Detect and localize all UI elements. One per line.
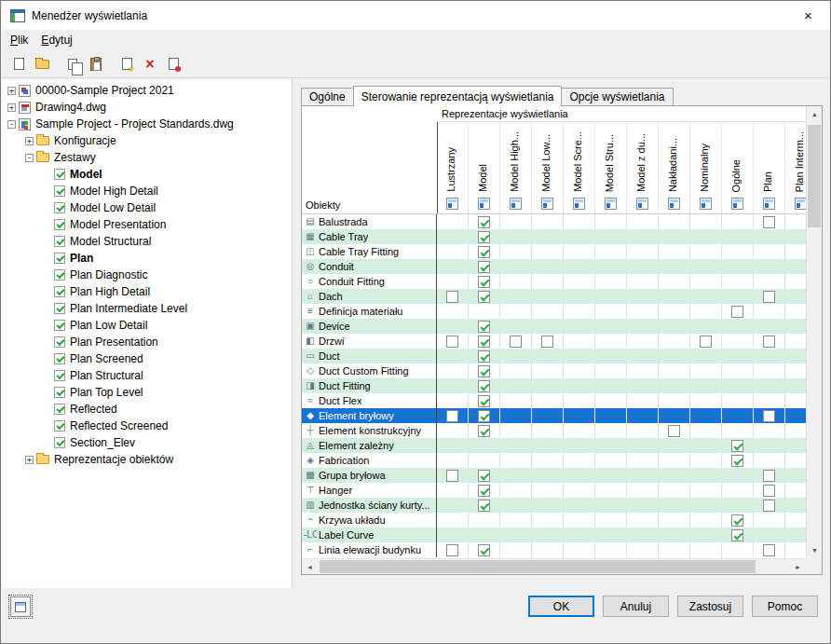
- column-header-plan-interm[interactable]: Plan Interm...: [785, 122, 806, 213]
- table-row-dach[interactable]: ⌂Dach: [302, 289, 806, 304]
- column-header-og-lne[interactable]: Ogólne: [722, 122, 754, 213]
- checkbox-duct-custom-fitting-model[interactable]: [478, 365, 490, 377]
- table-row-element-konstrukcyjny[interactable]: ┼Element konstrukcyjny: [302, 423, 806, 438]
- checkbox-duct-model[interactable]: [478, 350, 490, 363]
- tree-item-reflected-screened[interactable]: Reflected Screened: [2, 418, 292, 434]
- table-row-jednostka-ciany-kurty[interactable]: ▥Jednostka ściany kurty...: [302, 498, 806, 513]
- checkbox-fabrication-og-lne[interactable]: [731, 455, 743, 467]
- close-button[interactable]: ×: [787, 1, 829, 30]
- checkbox-element-konstrukcyjny-model[interactable]: [478, 425, 490, 437]
- tree-item-00000-sample-project-2021[interactable]: +00000-Sample Project 2021: [2, 82, 292, 99]
- column-header-nominalny[interactable]: Nominalny: [690, 122, 722, 213]
- table-row-label-curve[interactable]: -LC-Label Curve: [302, 528, 806, 542]
- checkbox-device-model[interactable]: [478, 321, 490, 333]
- table-row-duct-custom-fitting[interactable]: ◇Duct Custom Fitting: [302, 363, 806, 378]
- tree-item-section-elev[interactable]: Section_Elev: [2, 434, 292, 451]
- checkbox-grupa-bry-owa-plan[interactable]: [763, 470, 775, 482]
- table-row-grupa-bry-owa[interactable]: ▩Grupa bryłowa: [302, 468, 806, 483]
- scroll-left-icon[interactable]: ◄: [302, 559, 318, 575]
- checkbox-dach-model[interactable]: [478, 291, 490, 303]
- checkbox-balustrada-plan[interactable]: [763, 216, 775, 228]
- anchor-dock-button[interactable]: [10, 596, 31, 617]
- column-header-model-stru[interactable]: Model Stru...: [595, 122, 627, 213]
- tree-item-zestawy[interactable]: -Zestawy: [2, 149, 292, 166]
- tree-item-reflected[interactable]: Reflected: [2, 401, 292, 418]
- collapse-minus-icon[interactable]: -: [7, 120, 16, 129]
- zastosuj-button[interactable]: Zastosuj: [677, 596, 743, 617]
- anuluj-button[interactable]: Anuluj: [603, 596, 669, 617]
- collapse-minus-icon[interactable]: -: [25, 154, 34, 162]
- column-header-model[interactable]: Model: [469, 122, 500, 213]
- table-row-drzwi[interactable]: ◧Drzwi: [302, 334, 806, 349]
- paste-button[interactable]: [85, 53, 107, 75]
- tree-item-model-high-detail[interactable]: Model High Detail: [2, 183, 292, 199]
- checkbox-krzywa-uk-adu-og-lne[interactable]: [731, 514, 743, 527]
- table-row-definicja-materia-u[interactable]: ≡Definicja materiału: [302, 304, 806, 319]
- checkbox-drzwi-model-low[interactable]: [541, 336, 553, 348]
- tree-item-plan-diagnostic[interactable]: Plan Diagnostic: [2, 267, 292, 283]
- tab-og-lne[interactable]: Ogólne: [301, 88, 354, 106]
- checkbox-jednostka-ciany-kurty-plan[interactable]: [763, 500, 775, 512]
- checkbox-grupa-bry-owa-model[interactable]: [478, 470, 490, 482]
- checkbox-drzwi-nominalny[interactable]: [700, 336, 712, 348]
- vertical-scroll-thumb[interactable]: [808, 125, 821, 227]
- purge-button[interactable]: [162, 53, 184, 75]
- checkbox-linia-elewacji-budynku-lustrzany[interactable]: [446, 544, 458, 556]
- tree-item-drawing4-dwg[interactable]: +Drawing4.dwg: [2, 99, 292, 116]
- table-row-cable-tray[interactable]: ▦Cable Tray: [302, 229, 806, 244]
- table-row-device[interactable]: ▣Device: [302, 319, 806, 334]
- checkbox-drzwi-model-high[interactable]: [510, 336, 522, 348]
- checkbox-grupa-bry-owa-lustrzany[interactable]: [446, 470, 458, 482]
- tree-item-model-low-detail[interactable]: Model Low Detail: [2, 199, 292, 216]
- tab-opcje-wy-wietlania[interactable]: Opcje wyświetlania: [561, 88, 673, 106]
- table-row-cable-tray-fitting[interactable]: ◫Cable Tray Fitting: [302, 244, 806, 259]
- table-row-fabrication[interactable]: ◈Fabrication: [302, 453, 806, 468]
- checkbox-drzwi-plan[interactable]: [763, 336, 775, 348]
- checkbox-element-bry-owy-plan[interactable]: [763, 410, 775, 422]
- expand-plus-icon[interactable]: +: [7, 103, 16, 112]
- scroll-down-icon[interactable]: ▼: [807, 542, 823, 558]
- checkbox-cable-tray-model[interactable]: [478, 231, 490, 243]
- checkbox-duct-flex-model[interactable]: [478, 395, 490, 407]
- table-row-duct-flex[interactable]: ≈Duct Flex: [302, 393, 806, 408]
- checkbox-jednostka-ciany-kurty-model[interactable]: [478, 500, 490, 512]
- checkbox-dach-lustrzany[interactable]: [446, 291, 458, 303]
- tree-item-model-presentation[interactable]: Model Presentation: [2, 216, 292, 233]
- column-header-lustrzany[interactable]: Lustrzany: [437, 122, 469, 213]
- checkbox-duct-fitting-model[interactable]: [478, 380, 490, 392]
- tree-item-plan-structural[interactable]: Plan Structural: [2, 367, 292, 384]
- table-row-conduit[interactable]: ◎Conduit: [302, 259, 806, 274]
- column-header-model-z-du[interactable]: Model z du...: [627, 122, 659, 213]
- checkbox-element-zale-ny-og-lne[interactable]: [731, 440, 743, 452]
- table-row-conduit-fitting[interactable]: ○Conduit Fitting: [302, 274, 806, 289]
- table-row-duct-fitting[interactable]: ◨Duct Fitting: [302, 378, 806, 393]
- checkbox-linia-elewacji-budynku-plan[interactable]: [763, 544, 775, 556]
- checkbox-balustrada-model[interactable]: [478, 216, 490, 228]
- tab-sterowanie-reprezentacj-wy-wietlania[interactable]: Sterowanie reprezentacją wyświetlania: [353, 86, 563, 107]
- tree-item-konfiguracje[interactable]: +Konfiguracje: [2, 132, 292, 149]
- tree-item-plan-high-detail[interactable]: Plan High Detail: [2, 283, 292, 300]
- checkbox-linia-elewacji-budynku-model[interactable]: [478, 544, 490, 556]
- column-header-model-scre[interactable]: Model Scre...: [564, 122, 595, 213]
- checkbox-conduit-model[interactable]: [478, 261, 490, 273]
- checkbox-conduit-fitting-model[interactable]: [478, 276, 490, 288]
- checkbox-element-konstrukcyjny-nak-adani[interactable]: [668, 425, 680, 437]
- delete-button[interactable]: ×: [139, 53, 161, 75]
- checkbox-element-bry-owy-model[interactable]: [478, 410, 490, 422]
- copy-button[interactable]: [61, 53, 84, 75]
- checkbox-drzwi-lustrzany[interactable]: [446, 336, 458, 348]
- expand-plus-icon[interactable]: +: [25, 456, 34, 464]
- tree-item-plan-low-detail[interactable]: Plan Low Detail: [2, 317, 292, 334]
- menu-edytuj[interactable]: Edytuj: [34, 31, 78, 50]
- checkbox-hanger-plan[interactable]: [763, 485, 775, 497]
- table-row-hanger[interactable]: ⊤Hanger: [302, 483, 806, 498]
- tree-item-sample-project-project-standards-dwg[interactable]: -Sample Project - Project Standards.dwg: [2, 116, 292, 132]
- new-display-set-button[interactable]: [116, 53, 138, 75]
- column-header-model-high[interactable]: Model High...: [500, 122, 532, 213]
- horizontal-scroll-thumb[interactable]: [320, 560, 756, 573]
- table-row-duct[interactable]: ▭Duct: [302, 349, 806, 363]
- tree-item-plan-presentation[interactable]: Plan Presentation: [2, 334, 292, 350]
- tree-item-plan[interactable]: Plan: [2, 250, 292, 267]
- table-row-linia-elewacji-budynku[interactable]: ⌐Linia elewacji budynku: [302, 542, 806, 557]
- expand-plus-icon[interactable]: +: [25, 137, 34, 145]
